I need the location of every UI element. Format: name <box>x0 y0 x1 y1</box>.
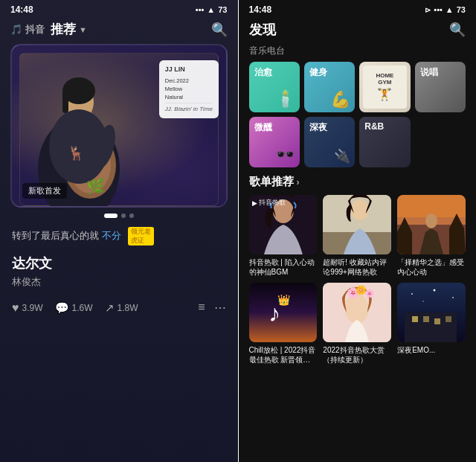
dot-2 <box>121 214 126 218</box>
like-action[interactable]: ♥ 3.9W <box>12 301 43 315</box>
right-nav-icon: ⊳ <box>425 6 431 14</box>
radio-item-zhiyu[interactable]: 治愈 🕯️ <box>249 62 300 112</box>
left-header-title: 🎵 抖音 推荐 ▼ <box>10 21 87 38</box>
playlist-thumb-4: ♪ 👑 <box>249 283 318 342</box>
lyric-highlight: 不分 <box>102 230 121 241</box>
song-lyric: 转到了最后真心的就 不分 领元老虎证 <box>0 218 238 248</box>
playlist-label-1: 抖音热歌 | 陷入心动的神仙BGM <box>249 257 318 277</box>
album-info-line3: Natural <box>165 93 213 101</box>
svg-rect-39 <box>446 316 451 322</box>
album-info-card: JJ LIN Dec.2022 Mellow Natural JJ. Blazi… <box>159 60 219 118</box>
zhiyu-label: 治愈 <box>254 66 272 79</box>
shenye-label: 深夜 <box>309 121 327 134</box>
right-panel: 14:48 ⊳ ••• ▲ 73 发现 🔍 音乐电台 治愈 🕯️ 健身 💪 <box>239 0 477 462</box>
comment-icon: 💬 <box>55 301 69 315</box>
playlist-label-6: 深夜EMO... <box>397 345 466 355</box>
playlist-icon[interactable]: ≡ <box>198 301 205 315</box>
playlist-card-3[interactable]: 「择精华之选」感受内心心动 <box>397 195 466 277</box>
playlist-section: 歌单推荐 › <box>239 175 477 369</box>
svg-point-33 <box>452 297 454 298</box>
svg-point-34 <box>422 301 424 302</box>
dot-3 <box>129 214 134 218</box>
right-battery-icon: 73 <box>457 5 466 14</box>
radio-item-weixun[interactable]: 微醺 🕶️ <box>249 117 300 167</box>
playlist-title: 歌单推荐 <box>249 175 294 189</box>
album-section: 🦌 🌿 JJ LIN Dec.2022 Mellow Natural JJ. B… <box>0 44 238 218</box>
radio-item-homegym[interactable]: HOME GYM 🏋️ <box>359 62 410 112</box>
album-dots <box>10 214 228 218</box>
radio-bg-rnb: R&B <box>359 117 410 167</box>
radio-item-shuochang[interactable]: 说唱 <box>415 62 466 112</box>
shuochang-label: 说唱 <box>420 66 438 79</box>
like-count: 3.9W <box>22 303 43 313</box>
playlist-grid-row2: ♪ 👑 Chill放松 | 2022抖音最佳热歌 新晋领衔单曲电循 <box>249 283 466 365</box>
song-title: 达尔文 <box>0 248 238 274</box>
signal-icon: ••• <box>196 5 205 14</box>
radio-item-shenye[interactable]: 深夜 🔌 <box>304 117 355 167</box>
radio-grid: 治愈 🕯️ 健身 💪 HOME GYM 🏋️ 说唱 <box>239 62 477 175</box>
left-header: 🎵 抖音 推荐 ▼ 🔍 <box>0 18 238 44</box>
search-icon[interactable]: 🔍 <box>211 22 228 38</box>
left-status-bar: 14:48 ••• ▲ 73 <box>0 0 238 18</box>
playlist-thumb-2 <box>323 195 391 254</box>
app-icon: 🎵 <box>10 24 22 35</box>
lyric-before: 转到了最后真心的就 <box>12 230 99 241</box>
svg-rect-36 <box>412 316 418 322</box>
recommend-label: 推荐 <box>51 21 76 38</box>
album-info-line4: JJ. Blazin' in Time <box>165 103 213 114</box>
dropdown-icon[interactable]: ▼ <box>79 25 87 34</box>
album-info-line2: Mellow <box>165 85 213 93</box>
playlist-thumb-3 <box>397 195 466 254</box>
radio-item-jianshen[interactable]: 健身 💪 <box>304 62 355 112</box>
battery-icon: 73 <box>218 5 227 14</box>
right-search-icon[interactable]: 🔍 <box>449 22 466 38</box>
sticker: 领元老虎证 <box>128 227 154 246</box>
playlist-card-6[interactable]: 深夜EMO... <box>397 283 466 365</box>
svg-text:🌿: 🌿 <box>86 177 105 195</box>
svg-point-32 <box>434 289 436 292</box>
playlist-grid-row1: ▶抖音热歌 抖音热歌 | 陷入心动的神仙BGM <box>249 195 466 277</box>
playlist-label-3: 「择精华之选」感受内心心动 <box>397 257 466 277</box>
song-artist: 林俊杰 <box>0 274 238 295</box>
app-name: 抖音 <box>25 23 45 36</box>
share-action[interactable]: ↗ 1.8W <box>105 301 138 315</box>
dot-1 <box>104 214 118 218</box>
radio-item-rnb[interactable]: R&B <box>359 117 410 167</box>
radio-section-label: 音乐电台 <box>239 45 477 62</box>
svg-rect-38 <box>434 318 440 324</box>
album-info-line1: Dec.2022 <box>165 77 213 85</box>
playlist-card-2[interactable]: 超耐听! 收藏站内评论999+网络热歌 <box>323 195 391 277</box>
album-card[interactable]: 🦌 🌿 JJ LIN Dec.2022 Mellow Natural JJ. B… <box>10 44 228 208</box>
like-icon: ♥ <box>12 301 19 315</box>
playlist-header: 歌单推荐 › <box>249 175 466 189</box>
playlist-card-4[interactable]: ♪ 👑 Chill放松 | 2022抖音最佳热歌 新晋领衔单曲电循 <box>249 283 318 365</box>
svg-text:🌸: 🌸 <box>364 288 375 298</box>
playlist-arrow[interactable]: › <box>297 177 300 187</box>
svg-rect-22 <box>249 283 318 342</box>
more-icon[interactable]: ⋯ <box>214 301 226 315</box>
playlist-card-1[interactable]: ▶抖音热歌 抖音热歌 | 陷入心动的神仙BGM <box>249 195 318 277</box>
wifi-icon: ▲ <box>207 5 215 14</box>
right-status-icons: ⊳ ••• ▲ 73 <box>425 5 466 14</box>
comment-action[interactable]: 💬 1.6W <box>55 301 93 315</box>
right-actions: ≡ ⋯ <box>198 301 225 315</box>
right-header-title: 发现 <box>249 21 276 39</box>
share-count: 1.8W <box>118 303 138 313</box>
radio-bg-shuochang: 说唱 <box>415 62 466 112</box>
left-time: 14:48 <box>10 4 33 15</box>
svg-text:👑: 👑 <box>277 294 290 307</box>
new-song-badge: 新歌首发 <box>22 183 67 199</box>
playlist-thumb-1: ▶抖音热歌 <box>249 195 318 254</box>
play-count-1: ▶抖音热歌 <box>252 198 286 208</box>
right-header: 发现 🔍 <box>239 18 477 45</box>
playlist-label-4: Chill放松 | 2022抖音最佳热歌 新晋领衔单曲电循 <box>249 345 318 365</box>
rnb-label: R&B <box>364 121 384 132</box>
share-icon: ↗ <box>105 301 115 315</box>
svg-rect-7 <box>62 91 68 113</box>
playlist-label-2: 超耐听! 收藏站内评论999+网络热歌 <box>323 257 391 277</box>
playlist-thumb-6 <box>397 283 466 342</box>
radio-bg-jianshen: 健身 💪 <box>304 62 355 112</box>
svg-point-31 <box>411 293 413 295</box>
playlist-card-5[interactable]: 🌸 🌼 🌸 2022抖音热歌大赏（持续更新） <box>323 283 391 365</box>
right-signal-icon: ••• <box>434 5 443 14</box>
